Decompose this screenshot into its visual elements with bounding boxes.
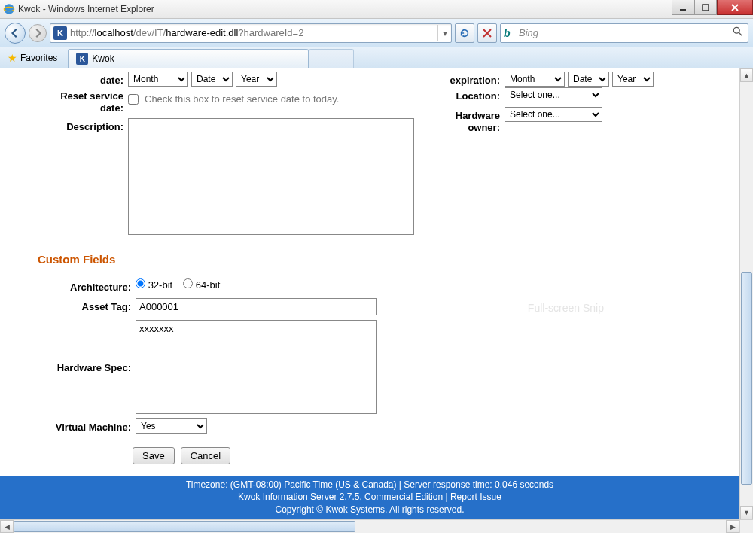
star-icon: ★ [8, 52, 17, 64]
footer-line3: Copyright © Kwok Systems. All rights res… [0, 504, 739, 516]
architecture-64bit-option[interactable]: 64-bit [183, 278, 220, 291]
architecture-32bit-radio[interactable] [136, 278, 145, 288]
expiration-year-select[interactable]: Year [612, 72, 654, 87]
scrollbar-corner [739, 519, 753, 533]
favorites-label: Favorites [20, 53, 57, 63]
report-issue-link[interactable]: Report Issue [450, 492, 501, 502]
scroll-left-icon[interactable]: ◀ [0, 520, 14, 533]
location-select[interactable]: Select one... [505, 87, 602, 102]
refresh-button[interactable] [455, 23, 474, 43]
description-textarea[interactable] [128, 118, 414, 235]
hardware-owner-select[interactable]: Select one... [505, 107, 602, 122]
date-label: date: [8, 72, 128, 87]
svg-rect-2 [680, 9, 686, 11]
footer-line2: Kwok Information Server 2.7.5, Commercia… [0, 491, 739, 504]
browser-tab[interactable]: K Kwok [68, 49, 309, 68]
asset-tag-input[interactable] [136, 298, 376, 315]
new-tab-button[interactable] [309, 49, 354, 68]
site-favicon: K [53, 26, 67, 40]
cancel-button[interactable]: Cancel [181, 447, 230, 464]
page-footer: Timezone: (GMT-08:00) Pacific Time (US &… [0, 476, 739, 519]
expiration-month-select[interactable]: Month [505, 72, 565, 87]
arrow-left-icon [10, 28, 20, 38]
address-dropdown-icon[interactable]: ▾ [437, 25, 451, 41]
bing-icon: b [504, 27, 516, 39]
stop-button[interactable] [477, 23, 497, 43]
close-button[interactable] [717, 0, 753, 15]
expiration-label: expiration: [429, 72, 505, 87]
search-input[interactable] [519, 27, 727, 38]
horizontal-scrollbar[interactable]: ◀ ▶ [0, 519, 739, 533]
virtual-machine-label: Virtual Machine: [15, 418, 136, 434]
arrow-right-icon [32, 28, 43, 38]
reset-service-date-text: Check this box to reset service date to … [145, 93, 339, 105]
scroll-down-icon[interactable]: ▼ [740, 506, 753, 519]
expiration-date-select[interactable]: Date [568, 72, 609, 87]
minimize-button[interactable] [672, 0, 694, 15]
page-viewport: date: Month Date Year Reset servicedate: [0, 68, 753, 533]
browser-navbar: K http://localhost/dev/IT/hardware-edit.… [0, 19, 753, 47]
tab-favicon: K [76, 53, 88, 65]
svg-point-4 [733, 27, 739, 33]
hardware-owner-label: Hardwareowner: [429, 107, 505, 133]
custom-fields-heading: Custom Fields [38, 253, 732, 267]
tab-title: Kwok [92, 53, 114, 64]
scroll-up-icon[interactable]: ▲ [740, 68, 753, 82]
maximize-button[interactable] [694, 0, 717, 15]
description-label: Description: [8, 118, 128, 133]
asset-tag-label: Asset Tag: [15, 298, 136, 313]
forward-button[interactable] [29, 24, 47, 42]
window-titlebar: Kwok - Windows Internet Explorer [0, 0, 753, 19]
hardware-spec-textarea[interactable]: xxxxxxx [136, 320, 376, 414]
scroll-right-icon[interactable]: ▶ [726, 520, 739, 533]
stop-icon [483, 29, 492, 38]
date-month-select[interactable]: Month [128, 72, 188, 87]
svg-rect-3 [703, 5, 709, 11]
vertical-scrollbar[interactable]: ▲ ▼ [739, 68, 753, 519]
horizontal-scroll-thumb[interactable] [14, 521, 355, 532]
reset-service-date-checkbox[interactable] [128, 94, 139, 105]
section-divider [38, 269, 732, 269]
architecture-64bit-radio[interactable] [183, 278, 193, 288]
favorites-button[interactable]: ★ Favorites [0, 47, 65, 68]
reset-service-date-label: Reset servicedate: [8, 87, 128, 114]
location-label: Location: [429, 87, 505, 102]
window-title: Kwok - Windows Internet Explorer [18, 4, 154, 14]
date-date-select[interactable]: Date [191, 72, 233, 87]
search-submit-icon[interactable] [727, 23, 748, 42]
date-year-select[interactable]: Year [236, 72, 277, 87]
magnifier-icon [733, 26, 743, 37]
vertical-scroll-thumb[interactable] [741, 272, 752, 485]
search-bar[interactable]: b [500, 23, 748, 43]
address-bar[interactable]: K http://localhost/dev/IT/hardware-edit.… [50, 23, 452, 43]
ie-icon [3, 3, 15, 15]
window-controls [672, 0, 753, 15]
url-text[interactable]: http://localhost/dev/IT/hardware-edit.dl… [70, 26, 437, 40]
footer-line1: Timezone: (GMT-08:00) Pacific Time (US &… [0, 479, 739, 492]
back-button[interactable] [5, 23, 26, 44]
refresh-icon [459, 28, 470, 38]
page-content: date: Month Date Year Reset servicedate: [0, 68, 739, 464]
svg-point-0 [4, 4, 14, 14]
favorites-bar: ★ Favorites K Kwok [0, 47, 753, 68]
architecture-32bit-option[interactable]: 32-bit [136, 278, 172, 291]
save-button[interactable]: Save [133, 447, 175, 464]
hardware-spec-label: Hardware Spec: [15, 359, 136, 374]
virtual-machine-select[interactable]: Yes [136, 418, 207, 434]
architecture-label: Architecture: [15, 278, 136, 294]
